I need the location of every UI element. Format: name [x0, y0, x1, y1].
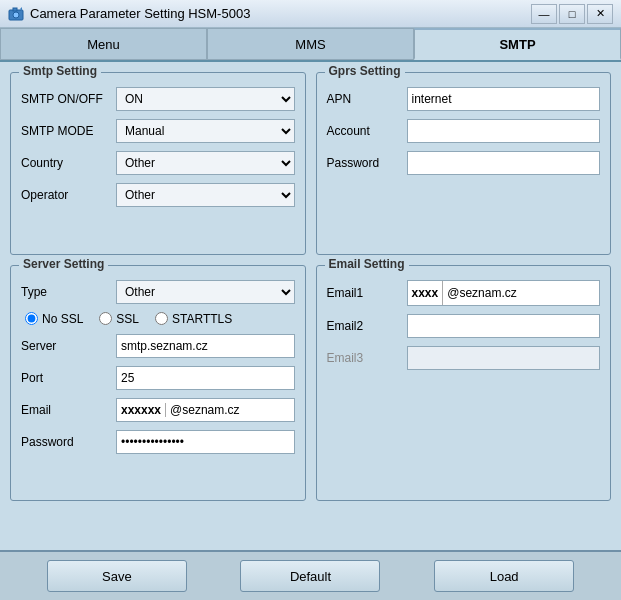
email-setting-title: Email Setting: [325, 257, 409, 271]
type-label: Type: [21, 285, 116, 299]
email1-label: Email1: [327, 286, 407, 300]
window-title: Camera Parameter Setting HSM-5003: [30, 6, 250, 21]
password-label: Password: [21, 435, 116, 449]
port-label: Port: [21, 371, 116, 385]
email2-input[interactable]: [407, 314, 601, 338]
server-setting-title: Server Setting: [19, 257, 108, 271]
country-label: Country: [21, 156, 116, 170]
smtp-mode-select[interactable]: Manual Auto: [116, 119, 295, 143]
server-email-prefix: xxxxxx: [117, 403, 166, 417]
account-row: Account: [327, 119, 601, 143]
ssl-radio-item[interactable]: SSL: [99, 312, 139, 326]
tabs-row: Menu MMS SMTP: [0, 28, 621, 62]
default-button[interactable]: Default: [240, 560, 380, 592]
smtp-mode-row: SMTP MODE Manual Auto: [21, 119, 295, 143]
ssl-radio[interactable]: [99, 312, 112, 325]
email1-row: Email1 xxxx @seznam.cz: [327, 280, 601, 306]
apn-row: APN: [327, 87, 601, 111]
gprs-password-label: Password: [327, 156, 407, 170]
no-ssl-radio-item[interactable]: No SSL: [25, 312, 83, 326]
svg-point-1: [13, 12, 19, 18]
title-bar: Camera Parameter Setting HSM-5003 — □ ✕: [0, 0, 621, 28]
svg-rect-2: [13, 8, 17, 11]
maximize-button[interactable]: □: [559, 4, 585, 24]
email-setting-group: Email Setting Email1 xxxx @seznam.cz Ema…: [316, 265, 612, 502]
load-button[interactable]: Load: [434, 560, 574, 592]
type-row: Type Other: [21, 280, 295, 304]
gprs-setting-group: Gprs Setting APN Account Password: [316, 72, 612, 255]
starttls-radio[interactable]: [155, 312, 168, 325]
email1-prefix: xxxx: [408, 281, 444, 305]
email-row: Email xxxxxx @seznam.cz: [21, 398, 295, 422]
email2-row: Email2: [327, 314, 601, 338]
server-email-wrap: xxxxxx @seznam.cz: [116, 398, 295, 422]
smtp-onoff-label: SMTP ON/OFF: [21, 92, 116, 106]
smtp-onoff-row: SMTP ON/OFF ON OFF: [21, 87, 295, 111]
server-setting-group: Server Setting Type Other No SSL SSL STA…: [10, 265, 306, 502]
smtp-setting-title: Smtp Setting: [19, 64, 101, 78]
server-input[interactable]: [116, 334, 295, 358]
starttls-label: STARTTLS: [172, 312, 232, 326]
operator-select[interactable]: Other: [116, 183, 295, 207]
footer: Save Default Load: [0, 550, 621, 600]
password-input[interactable]: [116, 430, 295, 454]
camera-icon: [8, 6, 24, 22]
ssl-label: SSL: [116, 312, 139, 326]
tab-smtp[interactable]: SMTP: [414, 28, 621, 60]
password-row: Password: [21, 430, 295, 454]
server-email-domain: @seznam.cz: [166, 403, 244, 417]
smtp-setting-group: Smtp Setting SMTP ON/OFF ON OFF SMTP MOD…: [10, 72, 306, 255]
tab-mms[interactable]: MMS: [207, 28, 414, 60]
tab-menu[interactable]: Menu: [0, 28, 207, 60]
email1-domain: @seznam.cz: [443, 281, 521, 305]
ssl-row: No SSL SSL STARTTLS: [21, 312, 295, 326]
title-bar-controls: — □ ✕: [531, 4, 613, 24]
account-label: Account: [327, 124, 407, 138]
country-row: Country Other: [21, 151, 295, 175]
server-row: Server: [21, 334, 295, 358]
starttls-radio-item[interactable]: STARTTLS: [155, 312, 232, 326]
smtp-onoff-select[interactable]: ON OFF: [116, 87, 295, 111]
title-bar-left: Camera Parameter Setting HSM-5003: [8, 6, 250, 22]
close-button[interactable]: ✕: [587, 4, 613, 24]
account-input[interactable]: [407, 119, 601, 143]
operator-label: Operator: [21, 188, 116, 202]
main-content: Smtp Setting SMTP ON/OFF ON OFF SMTP MOD…: [0, 62, 621, 550]
email1-input-wrap: xxxx @seznam.cz: [407, 280, 601, 306]
gprs-password-row: Password: [327, 151, 601, 175]
email3-input[interactable]: [407, 346, 601, 370]
email3-label: Email3: [327, 351, 407, 365]
email2-label: Email2: [327, 319, 407, 333]
apn-input[interactable]: [407, 87, 601, 111]
operator-row: Operator Other: [21, 183, 295, 207]
port-input[interactable]: [116, 366, 295, 390]
server-label: Server: [21, 339, 116, 353]
email-label: Email: [21, 403, 116, 417]
apn-label: APN: [327, 92, 407, 106]
smtp-mode-label: SMTP MODE: [21, 124, 116, 138]
port-row: Port: [21, 366, 295, 390]
gprs-setting-title: Gprs Setting: [325, 64, 405, 78]
country-select[interactable]: Other: [116, 151, 295, 175]
no-ssl-label: No SSL: [42, 312, 83, 326]
type-select[interactable]: Other: [116, 280, 295, 304]
no-ssl-radio[interactable]: [25, 312, 38, 325]
gprs-password-input[interactable]: [407, 151, 601, 175]
minimize-button[interactable]: —: [531, 4, 557, 24]
email3-row: Email3: [327, 346, 601, 370]
save-button[interactable]: Save: [47, 560, 187, 592]
